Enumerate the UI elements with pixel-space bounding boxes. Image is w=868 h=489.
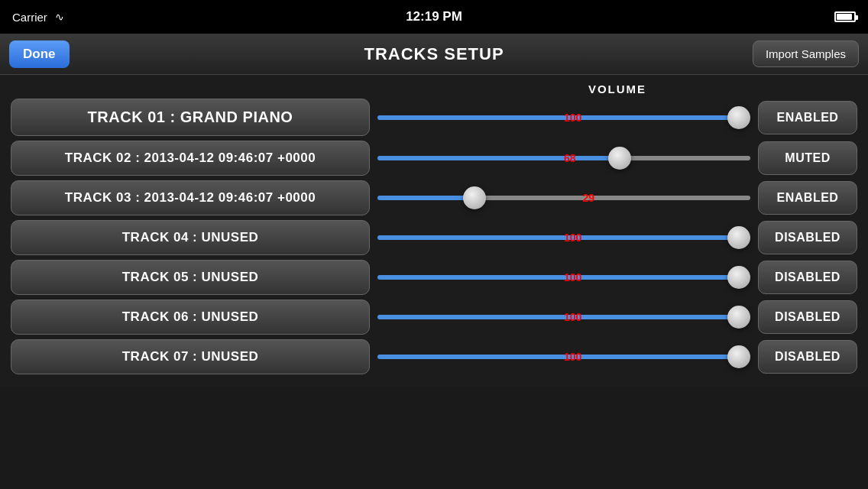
track-name-button-5[interactable]: TRACK 05 : UNUSED	[11, 260, 370, 295]
slider-thumb-2[interactable]	[608, 147, 631, 170]
carrier-text: Carrier	[12, 11, 47, 24]
track-status-button-3[interactable]: ENABLED	[758, 181, 857, 215]
import-samples-button[interactable]: Import Samples	[753, 40, 859, 67]
slider-thumb-1[interactable]	[727, 106, 750, 129]
slider-thumb-4[interactable]	[727, 226, 750, 249]
page-title: TRACKS SETUP	[364, 44, 504, 64]
tracks-container: TRACK 01 : GRAND PIANO100ENABLEDTRACK 02…	[11, 99, 857, 374]
status-time: 12:19 PM	[406, 9, 462, 24]
track-status-button-2[interactable]: MUTED	[758, 141, 857, 175]
slider-thumb-5[interactable]	[727, 266, 750, 289]
volume-slider-5[interactable]: 100	[377, 261, 750, 294]
track-status-button-6[interactable]: DISABLED	[758, 300, 857, 334]
volume-slider-7[interactable]: 100	[377, 340, 750, 374]
track-name-button-2[interactable]: TRACK 02 : 2013-04-12 09:46:07 +0000	[11, 141, 370, 176]
track-status-button-4[interactable]: DISABLED	[758, 221, 857, 254]
volume-slider-4[interactable]: 100	[377, 221, 750, 254]
track-row: TRACK 01 : GRAND PIANO100ENABLED	[11, 99, 857, 136]
battery-icon	[834, 11, 856, 22]
volume-slider-6[interactable]: 100	[377, 300, 750, 334]
volume-slider-2[interactable]: 68	[377, 141, 750, 175]
track-row: TRACK 04 : UNUSED100DISABLED	[11, 220, 857, 255]
track-row: TRACK 05 : UNUSED100DISABLED	[11, 260, 857, 295]
volume-slider-3[interactable]: 29	[377, 181, 750, 215]
volume-header-label: VOLUME	[377, 83, 857, 96]
track-status-button-1[interactable]: ENABLED	[758, 101, 857, 134]
track-name-button-1[interactable]: TRACK 01 : GRAND PIANO	[11, 99, 370, 136]
status-bar: Carrier ∿ 12:19 PM	[0, 0, 868, 34]
main-content: VOLUME TRACK 01 : GRAND PIANO100ENABLEDT…	[0, 75, 868, 387]
track-row: TRACK 02 : 2013-04-12 09:46:07 +000068MU…	[11, 141, 857, 176]
track-row: TRACK 03 : 2013-04-12 09:46:07 +000029EN…	[11, 180, 857, 215]
track-name-button-7[interactable]: TRACK 07 : UNUSED	[11, 339, 370, 374]
done-button[interactable]: Done	[9, 40, 70, 68]
track-status-button-5[interactable]: DISABLED	[758, 261, 857, 294]
track-name-button-6[interactable]: TRACK 06 : UNUSED	[11, 300, 370, 335]
battery-fill	[837, 14, 852, 20]
slider-thumb-3[interactable]	[463, 186, 486, 209]
track-name-button-4[interactable]: TRACK 04 : UNUSED	[11, 220, 370, 255]
slider-thumb-6[interactable]	[727, 306, 750, 329]
track-status-button-7[interactable]: DISABLED	[758, 340, 857, 374]
wifi-icon: ∿	[55, 11, 64, 23]
header: Done TRACKS SETUP Import Samples	[0, 34, 868, 75]
volume-slider-1[interactable]: 100	[377, 101, 750, 134]
track-row: TRACK 06 : UNUSED100DISABLED	[11, 300, 857, 335]
status-right	[834, 11, 856, 22]
track-row: TRACK 07 : UNUSED100DISABLED	[11, 339, 857, 374]
slider-thumb-7[interactable]	[727, 345, 750, 368]
track-name-button-3[interactable]: TRACK 03 : 2013-04-12 09:46:07 +0000	[11, 180, 370, 215]
status-left: Carrier ∿	[12, 11, 64, 24]
